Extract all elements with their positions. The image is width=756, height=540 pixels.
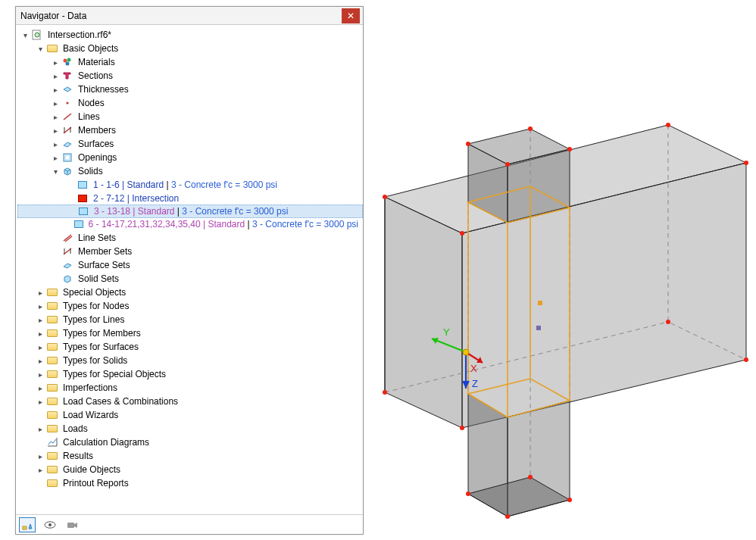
caret-right-icon[interactable]: ▸ — [36, 342, 45, 351]
caret-down-icon[interactable]: ▾ — [20, 30, 30, 39]
tree-surface-sets[interactable]: ▸ Surface Sets — [17, 258, 363, 272]
caret-right-icon[interactable]: ▸ — [36, 397, 45, 406]
tree-solid-label: 3 - 13-18 | Standard | 3 - Concrete f'c … — [92, 205, 289, 217]
file-icon — [31, 30, 43, 40]
caret-right-icon[interactable]: ▸ — [51, 71, 60, 80]
color-swatch-icon — [77, 206, 89, 217]
tree-solid-item[interactable]: ▸ 1 - 1-6 | Standard | 3 - Concrete f'c … — [17, 178, 363, 192]
tree-group[interactable]: ▸Types for Nodes — [17, 299, 363, 313]
tree-label: Types for Special Objects — [61, 368, 167, 380]
close-button[interactable]: ✕ — [342, 8, 360, 23]
svg-rect-43 — [536, 326, 541, 330]
svg-marker-22 — [74, 523, 77, 528]
caret-right-icon[interactable]: ▸ — [51, 139, 60, 148]
caret-right-icon[interactable]: ▸ — [51, 98, 60, 108]
caret-right-icon[interactable]: ▸ — [51, 126, 60, 135]
axis-y-label: Y — [443, 326, 450, 338]
tree-line-sets[interactable]: ▸ Line Sets — [17, 231, 363, 245]
caret-right-icon[interactable]: ▸ — [36, 451, 45, 460]
tree-group[interactable]: ▸Types for Surfaces — [17, 340, 363, 354]
tree-sections[interactable]: ▸ Sections — [17, 69, 363, 83]
tree-label: Thicknesses — [77, 83, 130, 95]
caret-right-icon[interactable]: ▸ — [51, 112, 60, 121]
tree-group[interactable]: ▸Printout Reports — [17, 476, 363, 490]
svg-point-52 — [466, 142, 470, 146]
caret-down-icon[interactable]: ▾ — [36, 44, 45, 53]
caret-right-icon[interactable]: ▸ — [36, 329, 45, 338]
tree-label: Load Cases & Combinations — [61, 395, 180, 407]
tree-openings[interactable]: ▸ Openings — [17, 151, 363, 164]
tree-solid-sets[interactable]: ▸ Solid Sets — [17, 272, 363, 286]
caret-right-icon[interactable]: ▸ — [36, 315, 45, 324]
tree-solids[interactable]: ▾ Solids — [17, 164, 363, 178]
tree-group[interactable]: ▸Imperfections — [17, 381, 363, 395]
caret-right-icon[interactable]: ▸ — [36, 424, 45, 433]
model-viewport[interactable]: Y X Z — [371, 0, 756, 539]
tree-solid-item-selected[interactable]: ▸ 3 - 13-18 | Standard | 3 - Concrete f'… — [17, 204, 363, 218]
folder-icon — [46, 369, 58, 379]
tree-members[interactable]: ▸ Members — [17, 123, 363, 137]
tree-nodes[interactable]: ▸ Nodes — [17, 96, 363, 110]
tree-group[interactable]: ▸Calculation Diagrams — [17, 435, 363, 449]
tree-member-sets[interactable]: ▸ Member Sets — [17, 245, 363, 258]
caret-right-icon[interactable]: ▸ — [36, 383, 45, 392]
navigator-bottom-bar — [16, 514, 363, 534]
folder-icon — [46, 451, 58, 461]
tab-views-button[interactable] — [64, 517, 81, 532]
tree-solid-item[interactable]: ▸ 2 - 7-12 | Intersection — [17, 192, 363, 205]
caret-down-icon[interactable]: ▾ — [51, 167, 60, 176]
svg-point-47 — [460, 231, 464, 236]
tree-group[interactable]: ▸Types for Solids — [17, 354, 363, 367]
svg-point-55 — [505, 162, 510, 167]
tree-group[interactable]: ▸Types for Members — [17, 326, 363, 340]
caret-right-icon[interactable]: ▸ — [36, 465, 45, 474]
svg-point-58 — [567, 498, 572, 502]
tree-group[interactable]: ▸Load Wizards — [17, 408, 363, 422]
tree-label: Member Sets — [77, 245, 133, 258]
svg-point-2 — [64, 59, 67, 63]
tree-surfaces[interactable]: ▸ Surfaces — [17, 137, 363, 151]
folder-icon — [46, 355, 58, 366]
svg-rect-17 — [23, 526, 27, 529]
navigator-tree[interactable]: ▾ Intersection.rf6* ▾ Basic Objects ▸ Ma… — [16, 25, 363, 514]
svg-point-46 — [744, 161, 748, 165]
caret-right-icon[interactable]: ▸ — [51, 85, 60, 94]
tree-label: Guide Objects — [61, 464, 122, 476]
openings-icon — [61, 152, 73, 163]
eye-icon — [44, 520, 56, 529]
tree-group[interactable]: ▸Guide Objects — [17, 463, 363, 476]
caret-right-icon[interactable]: ▸ — [36, 288, 45, 297]
svg-point-3 — [67, 58, 71, 62]
tree-basic-objects[interactable]: ▾ Basic Objects — [17, 42, 363, 55]
tree-group[interactable]: ▸Special Objects — [17, 286, 363, 299]
svg-point-5 — [66, 101, 68, 104]
tree-label: Types for Solids — [61, 354, 129, 367]
svg-rect-42 — [538, 301, 542, 305]
tree-lines[interactable]: ▸ Lines — [17, 110, 363, 123]
caret-right-icon[interactable]: ▸ — [36, 301, 45, 311]
tree-group[interactable]: ▸Types for Lines — [17, 313, 363, 326]
tree-group[interactable]: ▸Load Cases & Combinations — [17, 395, 363, 408]
svg-point-51 — [460, 426, 464, 430]
caret-right-icon[interactable]: ▸ — [51, 58, 60, 67]
svg-point-48 — [383, 390, 387, 395]
line-sets-icon — [61, 233, 73, 243]
caret-right-icon[interactable]: ▸ — [36, 356, 45, 365]
solid-sets-icon — [61, 273, 73, 284]
tree-thicknesses[interactable]: ▸ Thicknesses — [17, 83, 363, 96]
tree-solid-label: 6 - 14-17,21,31,32,34,35,40 | Standard |… — [87, 218, 360, 230]
tree-materials[interactable]: ▸ Materials — [17, 55, 363, 69]
navigator-title: Navigator - Data — [19, 11, 342, 21]
tree-group[interactable]: ▸Results — [17, 449, 363, 463]
tree-label: Openings — [77, 151, 118, 164]
tree-label: Types for Members — [61, 327, 142, 339]
solids-icon — [61, 166, 73, 176]
tab-data-button[interactable] — [19, 517, 36, 532]
tab-display-button[interactable] — [42, 517, 58, 532]
tree-root[interactable]: ▾ Intersection.rf6* — [17, 28, 363, 42]
tree-group[interactable]: ▸Types for Special Objects — [17, 367, 363, 381]
tree-group[interactable]: ▸Loads — [17, 422, 363, 435]
tree-solid-item[interactable]: ▸ 6 - 14-17,21,31,32,34,35,40 | Standard… — [17, 217, 363, 231]
caret-right-icon[interactable]: ▸ — [36, 370, 45, 379]
caret-right-icon[interactable]: ▸ — [51, 153, 60, 162]
